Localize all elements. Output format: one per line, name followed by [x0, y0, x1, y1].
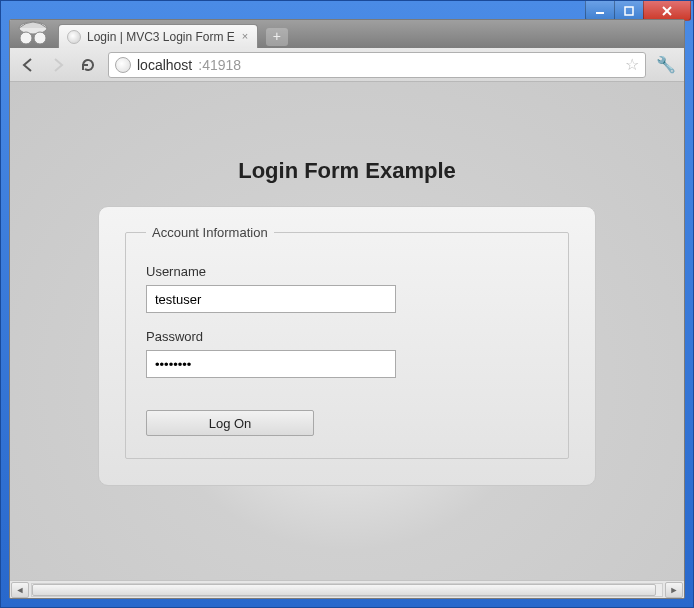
window-minimize-button[interactable]	[585, 1, 615, 21]
reload-button[interactable]	[78, 55, 98, 75]
browser-chrome: Login | MVC3 Login Form E × + localhost:…	[9, 19, 685, 599]
back-button[interactable]	[18, 55, 38, 75]
account-fieldset: Account Information Username Password Lo…	[125, 225, 569, 459]
arrow-right-icon	[50, 57, 66, 73]
arrow-left-icon	[20, 57, 36, 73]
minimize-icon	[595, 6, 605, 16]
scroll-track[interactable]	[31, 583, 663, 597]
tab-strip: Login | MVC3 Login Form E × +	[10, 20, 684, 48]
page-viewport: Login Form Example Account Information U…	[10, 82, 684, 580]
scroll-thumb[interactable]	[32, 584, 656, 596]
fieldset-legend: Account Information	[146, 225, 274, 240]
password-input[interactable]	[146, 350, 396, 378]
tab-close-button[interactable]: ×	[239, 30, 251, 42]
address-bar[interactable]: localhost:41918 ☆	[108, 52, 646, 78]
close-icon	[662, 6, 672, 16]
svg-point-6	[34, 32, 46, 44]
scroll-right-button[interactable]: ►	[665, 582, 683, 598]
username-input[interactable]	[146, 285, 396, 313]
triangle-right-icon: ►	[670, 585, 679, 595]
maximize-icon	[624, 6, 634, 16]
new-tab-button[interactable]: +	[266, 28, 288, 46]
window-frame: Login | MVC3 Login Form E × + localhost:…	[0, 0, 694, 608]
username-label: Username	[146, 264, 548, 279]
window-close-button[interactable]	[643, 1, 691, 21]
scroll-left-button[interactable]: ◄	[11, 582, 29, 598]
bookmark-star-icon[interactable]: ☆	[625, 55, 639, 74]
triangle-left-icon: ◄	[16, 585, 25, 595]
page-title: Login Form Example	[238, 158, 456, 184]
window-titlebar[interactable]	[1, 1, 693, 21]
log-on-button[interactable]: Log On	[146, 410, 314, 436]
horizontal-scrollbar[interactable]: ◄ ►	[10, 580, 684, 598]
incognito-icon	[12, 19, 54, 48]
settings-button[interactable]: 🔧	[656, 55, 676, 74]
login-panel: Account Information Username Password Lo…	[98, 206, 596, 486]
wrench-icon: 🔧	[656, 56, 676, 73]
plus-icon: +	[273, 28, 281, 44]
url-host: localhost	[137, 57, 192, 73]
svg-point-5	[20, 32, 32, 44]
window-maximize-button[interactable]	[614, 1, 644, 21]
browser-tab[interactable]: Login | MVC3 Login Form E ×	[58, 24, 258, 48]
forward-button[interactable]	[48, 55, 68, 75]
password-label: Password	[146, 329, 548, 344]
favicon-icon	[67, 30, 81, 44]
url-port: :41918	[198, 57, 241, 73]
svg-rect-1	[625, 7, 633, 15]
tab-title: Login | MVC3 Login Form E	[87, 30, 235, 44]
reload-icon	[80, 57, 96, 73]
browser-toolbar: localhost:41918 ☆ 🔧	[10, 48, 684, 82]
globe-icon	[115, 57, 131, 73]
